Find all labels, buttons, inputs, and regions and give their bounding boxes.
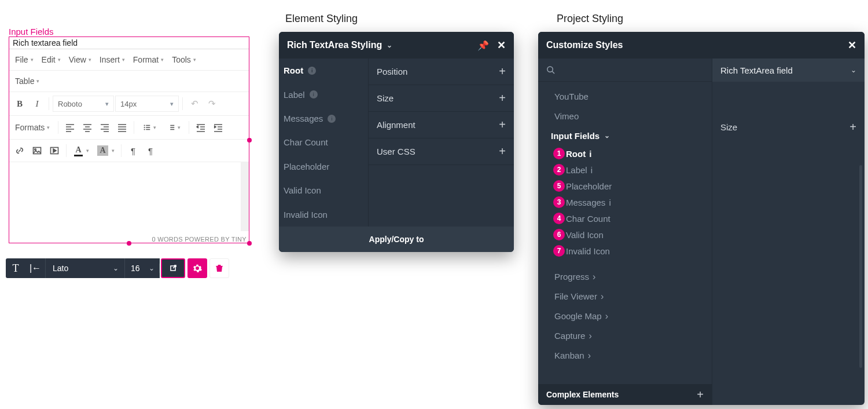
delete-button[interactable] <box>209 258 229 278</box>
popout-styling-button[interactable] <box>161 258 185 278</box>
font-size-select[interactable]: 14px▾ <box>115 96 179 112</box>
formats-select[interactable]: Formats <box>12 119 54 136</box>
separator <box>66 144 67 157</box>
sub-root[interactable]: 1Rooti <box>538 145 712 162</box>
item-label: Label <box>566 165 587 175</box>
category-youtube[interactable]: YouTube <box>538 86 712 106</box>
sub-messages[interactable]: 3Messagesi <box>538 194 712 210</box>
align-left-button[interactable] <box>62 120 78 135</box>
complex-elements-row[interactable]: Complex Elements + <box>538 384 712 405</box>
image-button[interactable] <box>29 143 45 158</box>
text-tool-button[interactable]: T <box>6 262 25 275</box>
toolbar-font-select[interactable]: Lato⌄ <box>45 258 125 278</box>
text-color-button[interactable]: A <box>70 143 93 158</box>
project-tree: YouTubeVimeoInput Fields ⌄1Rooti2Labeli5… <box>538 59 712 405</box>
sub-invalid-icon[interactable]: 7Invalid Icon <box>538 243 712 259</box>
separator <box>58 121 58 134</box>
category-vimeo[interactable]: Vimeo <box>538 106 712 126</box>
svg-point-0 <box>144 125 145 126</box>
element-part-label[interactable]: 2Labeli <box>279 82 368 106</box>
category-kanban[interactable]: Kanban <box>538 346 712 366</box>
link-button[interactable] <box>12 143 28 158</box>
apply-copy-button[interactable]: Apply/Copy to <box>279 227 514 252</box>
prop-alignment[interactable]: Alignment+ <box>369 112 514 138</box>
plus-icon: + <box>499 65 506 78</box>
font-family-select[interactable]: Roboto▾ <box>53 96 114 112</box>
element-part-char-count[interactable]: 4Char Count <box>279 130 368 154</box>
align-tool-button[interactable]: |← <box>25 263 45 273</box>
category-capture[interactable]: Capture <box>538 326 712 346</box>
selection-handle[interactable] <box>247 241 252 246</box>
category-progress[interactable]: Progress <box>538 267 712 287</box>
indent-button[interactable] <box>210 120 226 135</box>
media-button[interactable] <box>46 143 62 158</box>
sub-placeholder[interactable]: 5Placeholder <box>538 178 712 194</box>
editor-content-area[interactable]: 0 WORDS POWERED BY TINY <box>9 162 249 243</box>
menu-format[interactable]: Format <box>130 53 167 67</box>
menu-table[interactable]: Table <box>12 74 43 88</box>
toolbar-row-1: B I Roboto▾ 14px▾ ↶ ↷ <box>9 92 249 116</box>
element-part-root[interactable]: 1Rooti <box>279 59 368 82</box>
redo-button[interactable]: ↷ <box>204 96 220 111</box>
element-part-valid-icon[interactable]: 6Valid Icon <box>279 178 368 202</box>
pin-icon[interactable]: 📌 <box>477 40 489 51</box>
editor-menubar-2: Table <box>9 71 249 92</box>
number-badge: 1 <box>553 148 565 159</box>
bullet-list-button[interactable] <box>138 120 161 135</box>
plus-icon: + <box>499 92 506 105</box>
prop-user-css[interactable]: User CSS+ <box>369 138 514 165</box>
selection-handle[interactable] <box>127 241 131 246</box>
italic-button[interactable]: I <box>29 96 45 111</box>
outdent-button[interactable] <box>193 120 209 135</box>
category-input-fields[interactable]: Input Fields ⌄ <box>538 126 712 145</box>
project-right-pane: Rich TextArea field ⌄ Size + <box>712 59 865 405</box>
category-google-map[interactable]: Google Map <box>538 306 712 326</box>
search-input[interactable] <box>538 59 712 82</box>
undo-button[interactable]: ↶ <box>186 96 203 111</box>
settings-button[interactable] <box>187 258 207 278</box>
sub-valid-icon[interactable]: 6Valid Icon <box>538 227 712 243</box>
menu-insert[interactable]: Insert <box>96 53 128 67</box>
bg-color-button[interactable]: A <box>94 143 117 158</box>
bold-button[interactable]: B <box>12 96 28 111</box>
info-badge: i <box>328 115 336 123</box>
category-file-viewer[interactable]: File Viewer <box>538 287 712 306</box>
prop-label: Alignment <box>377 120 415 130</box>
number-list-button[interactable] <box>162 120 185 135</box>
align-center-button[interactable] <box>79 120 95 135</box>
separator <box>189 121 189 134</box>
sub-char-count[interactable]: 4Char Count <box>538 210 712 227</box>
selection-handle[interactable] <box>247 138 252 143</box>
menu-tools[interactable]: Tools <box>168 53 200 67</box>
sub-label[interactable]: 2Labeli <box>538 162 712 178</box>
item-label: Char Count <box>566 214 610 224</box>
menu-edit[interactable]: Edit <box>38 53 64 67</box>
scrollbar[interactable] <box>859 165 862 368</box>
close-icon[interactable]: ✕ <box>848 39 856 52</box>
info-badge: i <box>589 149 591 159</box>
plus-icon: + <box>697 388 704 401</box>
prop-label: Size <box>377 93 393 103</box>
element-part-invalid-icon[interactable]: 7Invalid Icon <box>279 203 368 227</box>
prop-position[interactable]: Position+ <box>369 59 514 85</box>
menu-file[interactable]: File <box>12 53 37 67</box>
svg-point-4 <box>35 149 36 151</box>
element-part-messages[interactable]: 3Messagesi <box>279 107 368 130</box>
selection-toolbar: T |← Lato⌄ 16⌄ <box>6 258 229 278</box>
close-icon[interactable]: ✕ <box>497 39 506 52</box>
prop-size-row[interactable]: Size + <box>712 114 865 140</box>
number-badge: 5 <box>553 180 565 192</box>
field-type-select[interactable]: Rich TextArea field ⌄ <box>712 59 865 82</box>
ltr-button[interactable]: ¶‎ <box>125 143 141 158</box>
align-right-button[interactable] <box>97 120 113 135</box>
prop-size[interactable]: Size+ <box>369 85 514 112</box>
chevron-down-icon[interactable]: ⌄ <box>387 41 392 49</box>
svg-point-2 <box>144 129 145 130</box>
toolbar-size-select[interactable]: 16⌄ <box>125 264 160 273</box>
align-justify-button[interactable] <box>114 120 130 135</box>
info-badge: i <box>609 198 610 207</box>
menu-view[interactable]: View <box>65 53 95 67</box>
rtl-button[interactable]: ¶ <box>142 143 159 158</box>
separator <box>49 97 49 110</box>
element-part-placeholder[interactable]: 5Placeholder <box>279 155 368 178</box>
